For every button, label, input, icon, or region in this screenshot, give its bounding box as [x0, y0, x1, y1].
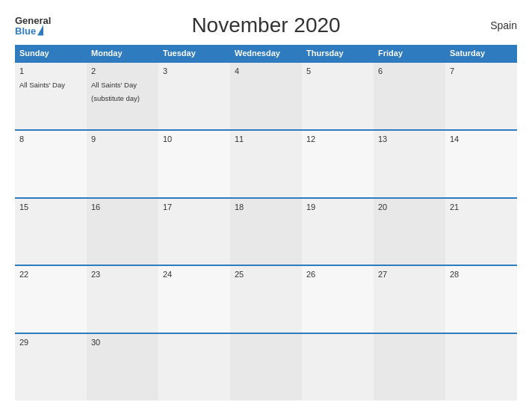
- day-empty-5: [445, 334, 517, 401]
- header-monday: Monday: [87, 45, 158, 61]
- day-1: 1 All Saints' Day: [15, 63, 87, 129]
- day-event: All Saints' Day: [91, 81, 137, 89]
- day-19: 19: [302, 199, 374, 265]
- day-16: 16: [87, 199, 158, 265]
- day-num: 19: [306, 203, 369, 211]
- day-num: 4: [235, 67, 297, 75]
- day-23: 23: [87, 266, 158, 333]
- day-3: 3: [158, 63, 230, 129]
- day-9: 9: [87, 131, 158, 197]
- calendar-body: 1 All Saints' Day 2 All Saints' Day (sub…: [15, 61, 517, 401]
- day-29: 29: [15, 334, 87, 401]
- header: General Blue November 2020 Spain: [15, 13, 517, 37]
- calendar-header: Sunday Monday Tuesday Wednesday Thursday…: [15, 45, 517, 61]
- day-num: 22: [19, 270, 82, 279]
- day-num: 8: [19, 135, 82, 143]
- day-5: 5: [302, 63, 374, 129]
- day-num: 3: [163, 67, 226, 75]
- day-num: 18: [235, 203, 297, 211]
- day-18: 18: [230, 199, 302, 265]
- header-saturday: Saturday: [445, 45, 517, 61]
- day-num: 26: [306, 270, 369, 279]
- header-friday: Friday: [374, 45, 445, 61]
- day-num: 21: [450, 203, 513, 211]
- day-17: 17: [158, 199, 230, 265]
- day-12: 12: [302, 131, 374, 197]
- day-15: 15: [15, 199, 87, 265]
- day-8: 8: [15, 131, 87, 197]
- day-30: 30: [87, 334, 158, 401]
- day-num: 9: [91, 135, 154, 143]
- day-empty-1: [158, 334, 230, 401]
- day-num: 20: [378, 203, 441, 211]
- header-wednesday: Wednesday: [230, 45, 302, 61]
- logo-blue-text: Blue: [15, 25, 51, 36]
- day-num: 23: [91, 270, 154, 279]
- day-25: 25: [230, 266, 302, 333]
- day-empty-2: [230, 334, 302, 401]
- day-10: 10: [158, 131, 230, 197]
- header-tuesday: Tuesday: [158, 45, 230, 61]
- day-24: 24: [158, 266, 230, 333]
- day-num: 16: [91, 203, 154, 211]
- header-thursday: Thursday: [302, 45, 374, 61]
- day-22: 22: [15, 266, 87, 333]
- day-num: 17: [163, 203, 226, 211]
- day-14: 14: [445, 131, 517, 197]
- page: General Blue November 2020 Spain Sunday …: [0, 0, 532, 411]
- day-num: 12: [306, 135, 369, 143]
- day-num: 2: [91, 67, 154, 75]
- week-5: 29 30: [15, 333, 517, 401]
- day-event: All Saints' Day: [19, 81, 65, 89]
- day-20: 20: [374, 199, 445, 265]
- day-empty-4: [374, 334, 445, 401]
- logo-general-text: General: [15, 16, 51, 25]
- page-title: November 2020: [191, 13, 340, 37]
- week-3: 15 16 17 18 19 20 21: [15, 197, 517, 265]
- day-event-2: (substitute day): [91, 94, 140, 102]
- day-2: 2 All Saints' Day (substitute day): [87, 63, 158, 129]
- day-26: 26: [302, 266, 374, 333]
- week-1: 1 All Saints' Day 2 All Saints' Day (sub…: [15, 61, 517, 129]
- day-num: 5: [306, 67, 369, 75]
- header-sunday: Sunday: [15, 45, 87, 61]
- day-28: 28: [445, 266, 517, 333]
- week-2: 8 9 10 11 12 13 14: [15, 129, 517, 197]
- logo-triangle-icon: [37, 25, 43, 36]
- day-21: 21: [445, 199, 517, 265]
- day-4: 4: [230, 63, 302, 129]
- day-num: 13: [378, 135, 441, 143]
- day-num: 27: [378, 270, 441, 279]
- day-13: 13: [374, 131, 445, 197]
- calendar: Sunday Monday Tuesday Wednesday Thursday…: [15, 45, 517, 401]
- day-num: 11: [235, 135, 297, 143]
- day-6: 6: [374, 63, 445, 129]
- day-num: 7: [450, 67, 513, 75]
- day-empty-3: [302, 334, 374, 401]
- day-7: 7: [445, 63, 517, 129]
- day-num: 30: [91, 338, 154, 347]
- week-4: 22 23 24 25 26 27 28: [15, 265, 517, 333]
- day-num: 29: [19, 338, 82, 347]
- logo: General Blue: [15, 16, 51, 36]
- day-num: 24: [163, 270, 226, 279]
- day-11: 11: [230, 131, 302, 197]
- day-27: 27: [374, 266, 445, 333]
- day-num: 6: [378, 67, 441, 75]
- day-num: 10: [163, 135, 226, 143]
- country-label: Spain: [490, 19, 517, 31]
- day-num: 28: [450, 270, 513, 279]
- day-num: 14: [450, 135, 513, 143]
- day-num: 1: [19, 67, 82, 75]
- day-num: 15: [19, 203, 82, 211]
- day-num: 25: [235, 270, 297, 279]
